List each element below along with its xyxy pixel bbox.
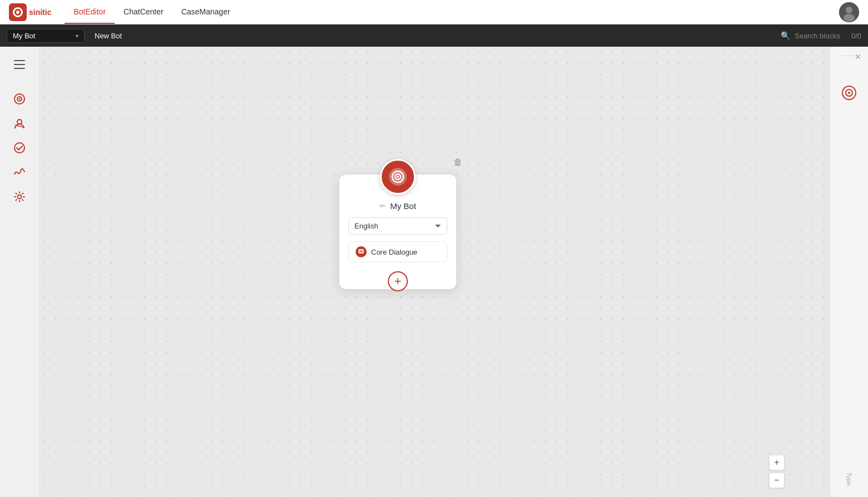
add-block-button[interactable]: + (388, 271, 408, 291)
sidebar-item-analytics[interactable] (9, 162, 29, 182)
svg-point-13 (17, 120, 22, 124)
panel-bot-icon[interactable] (838, 82, 860, 104)
bot-avatar (380, 159, 416, 195)
svg-point-23 (361, 251, 362, 252)
left-sidebar (0, 47, 39, 497)
svg-point-3 (16, 11, 19, 14)
user-sidebar-icon (13, 117, 26, 130)
bot-name-label: My Bot (390, 201, 416, 211)
svg-point-27 (848, 92, 850, 94)
zoom-out-button[interactable]: − (769, 473, 785, 488)
close-panel-button[interactable]: ✕ (852, 51, 864, 62)
bot-card: 🗑 ✏ My Bot English French Spanish German (339, 175, 456, 289)
core-dialogue-label: Core Dialogue (371, 248, 417, 256)
svg-point-6 (844, 14, 855, 22)
delete-bot-button[interactable]: 🗑 (450, 155, 466, 170)
search-area: 🔍 Search blocks 0/0 (781, 31, 861, 40)
hamburger-icon (14, 60, 25, 69)
sidebar-item-tasks[interactable] (9, 138, 29, 158)
nav-botedit[interactable]: BotEditor (65, 0, 115, 24)
core-dialogue-icon (356, 246, 367, 257)
svg-point-12 (19, 98, 21, 100)
panel-icon (841, 85, 857, 101)
svg-point-22 (359, 251, 361, 252)
right-panel: ✕ Type (829, 47, 868, 497)
add-btn-area: + (348, 269, 447, 280)
zoom-controls: + − (769, 455, 785, 488)
chevron-down-icon: ▾ (76, 33, 78, 39)
canvas[interactable]: 🗑 ✏ My Bot English French Spanish German (39, 47, 829, 497)
navbar: sinitic BotEditor ChatCenter CaseManager (0, 0, 868, 24)
svg-point-16 (18, 195, 22, 199)
svg-point-20 (397, 176, 399, 178)
main-area: 🗑 ✏ My Bot English French Spanish German (0, 47, 868, 497)
panel-type-label: Type (846, 473, 852, 486)
selected-bot-label: My Bot (13, 32, 35, 40)
new-bot-button[interactable]: New Bot (90, 29, 126, 42)
svg-point-15 (14, 143, 24, 153)
nav-casemanager[interactable]: CaseManager (172, 0, 239, 24)
dialogue-chat-icon (358, 248, 364, 255)
bot-avatar-wrap: 🗑 (380, 159, 416, 195)
bot-selector[interactable]: My Bot ▾ (7, 29, 85, 43)
svg-point-24 (362, 251, 363, 252)
search-icon: 🔍 (781, 31, 790, 40)
search-count: 0/0 (851, 32, 861, 40)
language-selector[interactable]: English French Spanish German (348, 217, 447, 235)
sidebar-item-bot[interactable] (9, 89, 29, 109)
logo-text: sinitic (29, 8, 51, 17)
zoom-in-button[interactable]: + (769, 455, 785, 470)
settings-sidebar-icon (13, 191, 26, 203)
check-sidebar-icon (13, 142, 26, 154)
search-placeholder: Search blocks (795, 32, 840, 40)
sidebar-item-users[interactable] (9, 113, 29, 133)
user-avatar[interactable] (839, 2, 859, 22)
plus-icon: + (394, 274, 402, 289)
core-dialogue-button[interactable]: Core Dialogue (348, 241, 447, 262)
svg-rect-7 (14, 60, 25, 61)
nav-links: BotEditor ChatCenter CaseManager (65, 0, 239, 24)
logo[interactable]: sinitic (9, 3, 51, 21)
svg-point-5 (846, 7, 852, 13)
hamburger-menu[interactable] (11, 56, 28, 73)
bot-name-row: ✏ My Bot (379, 201, 416, 211)
edit-name-icon[interactable]: ✏ (379, 202, 386, 210)
nav-chatcenter[interactable]: ChatCenter (115, 0, 172, 24)
bot-bar: My Bot ▾ New Bot 🔍 Search blocks 0/0 (0, 24, 868, 47)
sidebar-item-settings[interactable] (9, 187, 29, 207)
analytics-sidebar-icon (13, 166, 26, 178)
bot-sidebar-icon (13, 93, 26, 105)
bot-avatar-icon (387, 166, 408, 187)
svg-rect-9 (14, 68, 25, 69)
svg-rect-8 (14, 64, 25, 65)
logo-icon (9, 3, 27, 21)
avatar-icon (839, 2, 859, 22)
language-selector-wrap: English French Spanish German (348, 217, 447, 235)
